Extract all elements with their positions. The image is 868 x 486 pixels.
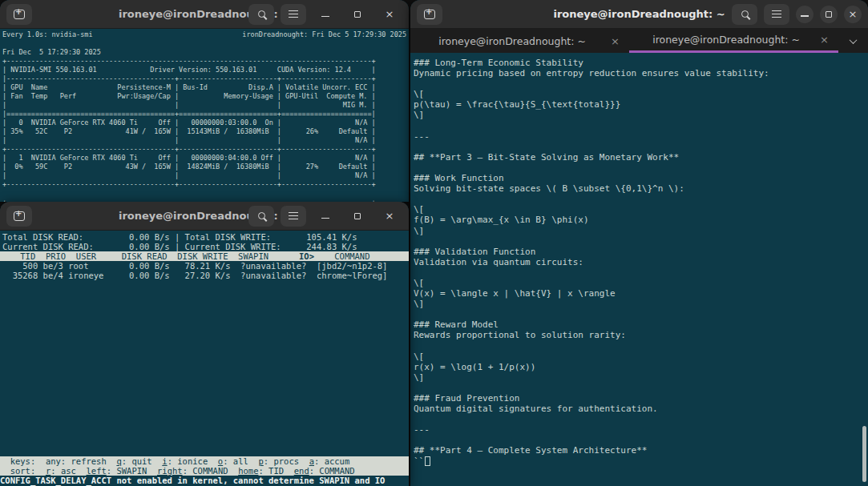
close-icon: × [820,34,829,46]
iotop-summary-write: Current DISK READ: 0.00 B/s | Current DI… [0,242,409,251]
chevron-down-icon [850,36,858,44]
terminal-viewport[interactable]: Every 1.0s: nvidia-smi ironDreadnought: … [0,29,409,202]
new-tab-button[interactable]: + [6,4,32,25]
tab-terminal-2[interactable]: ironeye@ironDreadnought: ~ × [629,29,838,53]
prompt-line: `` [414,456,868,467]
terminal-empty-area [0,280,409,456]
doc-output: ### Long-Term Economic Stability Dynamic… [414,58,868,456]
search-button[interactable] [248,206,274,227]
iotop-kernel-warning: CONFIG_TASK_DELAY_ACCT not enabled in ke… [0,476,409,485]
close-icon: × [611,35,620,47]
maximize-icon [826,11,832,18]
search-icon [741,10,749,18]
new-tab-button[interactable]: + [6,206,32,227]
window-iotop: + ironeye@ironDreadnought: ~ × Total DIS… [0,202,409,486]
tab-close-button[interactable]: × [817,34,832,46]
close-button[interactable]: × [844,6,862,23]
search-icon [258,212,265,219]
minimize-button[interactable] [313,4,338,25]
tab-overview-button[interactable] [838,29,868,53]
maximize-button[interactable] [345,206,370,227]
tab-close-button[interactable]: × [608,35,623,47]
tab-label: ironeye@ironDreadnought: ~ [636,34,817,46]
menu-button[interactable] [281,206,306,227]
terminal-cursor [425,456,430,466]
titlebar[interactable]: + ironeye@ironDreadnought: ~ × [410,0,868,29]
new-tab-button[interactable]: + [417,4,442,25]
watch-header-line: Every 1.0s: nvidia-smi ironDreadnought: … [2,30,406,39]
iotop-process-row: 500 be/3 root 0.00 B/s 78.21 K/s ?unavai… [0,261,409,271]
menu-button[interactable] [764,4,789,25]
titlebar[interactable]: + ironeye@ironDreadnought: ~ × [0,202,409,231]
maximize-button[interactable] [345,4,370,25]
prompt-text: `` [414,456,424,467]
minimize-icon [801,15,809,17]
iotop-process-row: 35268 be/4 ironeye 0.00 B/s 27.20 K/s ?u… [0,271,409,280]
iotop-keys-help: keys: any: refresh q: quit i: ionice o: … [0,456,409,466]
menu-icon [289,212,298,220]
search-icon [258,10,265,18]
close-button[interactable]: × [377,4,402,25]
nvidia-smi-output: Fri Dec 5 17:29:30 2025 +---------------… [2,39,406,202]
new-tab-icon: + [14,10,25,19]
watch-command: Every 1.0s: nvidia-smi [2,30,93,39]
tab-label: ironeye@ironDreadnought: ~ [417,35,608,47]
window-watch-nvidia-smi: + ironeye@ironDreadnought: ~ × Every 1.0… [0,0,409,202]
close-button[interactable]: × [377,206,402,227]
iotop-sort-help: sort: r: asc left: SWAPIN right: COMMAND… [0,466,409,476]
tab-bar: ironeye@ironDreadnought: ~ × ironeye@iro… [410,29,868,53]
close-icon: × [849,9,858,19]
new-tab-icon: + [424,10,435,19]
minimize-icon [321,16,329,18]
search-button[interactable] [732,4,757,25]
terminal-viewport[interactable]: ### Long-Term Economic Stability Dynamic… [410,53,868,467]
window-doc-terminal: + ironeye@ironDreadnought: ~ × ironeye@i… [410,0,868,486]
menu-icon [772,10,781,18]
close-icon: × [386,211,394,221]
iotop-summary-read: Total DISK READ: 0.00 B/s | Total DISK W… [0,232,409,242]
tab-terminal-1[interactable]: ironeye@ironDreadnought: ~ × [410,29,629,53]
titlebar[interactable]: + ironeye@ironDreadnought: ~ × [0,0,409,29]
maximize-icon [354,213,361,219]
minimize-button[interactable] [313,206,338,227]
search-button[interactable] [248,4,274,25]
close-icon: × [386,9,394,19]
iotop-header-row: TID PRIO USER DISK READ DISK WRITE SWAPI… [0,251,409,261]
minimize-button[interactable] [796,6,813,23]
maximize-button[interactable] [820,6,838,23]
watch-host-time: ironDreadnought: Fri Dec 5 17:29:30 2025 [242,30,406,39]
terminal-viewport[interactable]: Total DISK READ: 0.00 B/s | Total DISK W… [0,231,409,485]
new-tab-icon: + [14,211,25,221]
scrollbar-thumb[interactable] [862,426,866,482]
menu-icon [289,10,298,18]
menu-button[interactable] [281,4,306,25]
minimize-icon [321,218,329,219]
maximize-icon [354,11,361,18]
